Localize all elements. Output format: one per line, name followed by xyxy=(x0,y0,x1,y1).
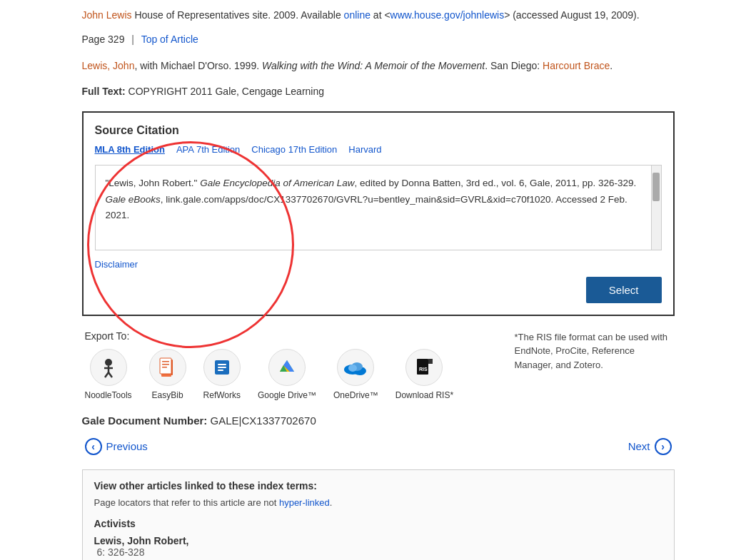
export-refworks[interactable]: RefWorks xyxy=(203,349,241,400)
lewis-term-sub: 6: 326-328 xyxy=(97,546,662,558)
export-onedrive[interactable]: OneDrive™ xyxy=(333,349,378,400)
citation-text-1: , with Michael D'Orso. 1999. Walking wit… xyxy=(134,60,543,71)
svg-rect-7 xyxy=(160,358,171,374)
lewis-john-link[interactable]: Lewis, John xyxy=(82,60,135,71)
svg-rect-26 xyxy=(428,359,433,364)
citation-text-2: . xyxy=(610,60,613,71)
tab-apa[interactable]: APA 7th Edition xyxy=(176,143,246,156)
full-text-value: COPYRIGHT 2011 Gale, Cengage Learning xyxy=(128,86,324,97)
citation-italic-2: Gale eBooks xyxy=(106,194,161,205)
top-text-3: > (accessed August 19, 2009). xyxy=(504,9,640,21)
export-section: Export To: NoodleTools xyxy=(82,330,675,400)
tab-sep-1 xyxy=(171,143,176,156)
export-googledrive[interactable]: Google Drive™ xyxy=(258,349,316,400)
export-easybib[interactable]: EasyBib xyxy=(149,349,186,400)
svg-rect-13 xyxy=(218,367,226,368)
svg-text:RIS: RIS xyxy=(419,367,428,372)
previous-label: Previous xyxy=(106,440,148,452)
onedrive-icon xyxy=(337,349,374,386)
svg-rect-9 xyxy=(162,364,169,365)
citation-paragraph: Lewis, John, with Michael D'Orso. 1999. … xyxy=(82,58,675,73)
url-link[interactable]: www.house.gov/johnlewis xyxy=(390,9,505,21)
citation-text: "Lewis, John Robert." Gale Encyclopedia … xyxy=(106,175,651,225)
harcourt-link[interactable]: Harcourt Brace xyxy=(543,60,610,71)
export-left: Export To: NoodleTools xyxy=(85,330,454,400)
export-label: Export To: xyxy=(85,330,454,342)
previous-button[interactable]: ‹ Previous xyxy=(85,438,148,455)
citation-part-1: "Lewis, John Robert." xyxy=(106,178,201,188)
citation-tabs: MLA 8th Edition APA 7th Edition Chicago … xyxy=(95,143,662,156)
source-citation-box: Source Citation MLA 8th Edition APA 7th … xyxy=(82,111,675,316)
page-nav-line: Page 329 | Top of Article xyxy=(82,31,675,47)
citation-scrollbar[interactable] xyxy=(651,166,661,250)
top-text-2: at < xyxy=(373,9,390,21)
index-term-lewis: Lewis, John Robert, 6: 326-328 xyxy=(94,535,662,558)
citation-part-3: , link.gale.com/apps/doc/CX1337702670/GV… xyxy=(106,194,628,221)
select-button[interactable]: Select xyxy=(586,277,662,303)
svg-rect-12 xyxy=(218,364,226,365)
refworks-label: RefWorks xyxy=(203,390,241,400)
svg-point-0 xyxy=(105,359,112,366)
lewis-term: Lewis, John Robert, xyxy=(94,535,189,546)
onedrive-label: OneDrive™ xyxy=(333,390,378,400)
source-citation-title: Source Citation xyxy=(95,124,662,137)
full-text-line: Full Text: COPYRIGHT 2011 Gale, Cengage … xyxy=(82,83,675,99)
index-terms-title: View other articles linked to these inde… xyxy=(94,480,662,492)
citation-part-2: , edited by Donna Batten, 3rd ed., vol. … xyxy=(355,178,637,188)
tab-mla[interactable]: MLA 8th Edition xyxy=(95,143,171,156)
index-terms-box: View other articles linked to these inde… xyxy=(82,469,675,560)
ris-note-text: *The RIS file format can be used with En… xyxy=(515,332,668,370)
tab-chicago[interactable]: Chicago 17th Edition xyxy=(251,143,343,156)
downloadris-label: Download RIS* xyxy=(395,390,453,400)
select-btn-row: Select xyxy=(95,277,662,303)
next-label: Next xyxy=(628,440,650,452)
export-ris-note: *The RIS file format can be used with En… xyxy=(515,330,672,372)
export-downloadris[interactable]: RIS Download RIS* xyxy=(395,349,453,400)
tab-sep-3 xyxy=(343,143,348,156)
noodletools-label: NoodleTools xyxy=(85,390,132,400)
previous-icon: ‹ xyxy=(85,438,102,455)
tab-sep-2 xyxy=(246,143,251,156)
disclaimer-link[interactable]: Disclaimer xyxy=(95,259,662,270)
noodletools-icon xyxy=(90,349,127,386)
citation-text-area: "Lewis, John Robert." Gale Encyclopedia … xyxy=(95,165,662,250)
top-of-article-link[interactable]: Top of Article xyxy=(141,34,198,45)
citation-italic-1: Gale Encyclopedia of American Law xyxy=(200,178,354,188)
pipe-separator: | xyxy=(131,34,134,45)
tab-harvard[interactable]: Harvard xyxy=(348,143,387,156)
svg-line-4 xyxy=(109,372,112,377)
next-button[interactable]: Next › xyxy=(628,438,672,455)
gale-doc-label: Gale Document Number: xyxy=(82,414,208,427)
gale-doc-id: GALE|CX1337702670 xyxy=(211,414,316,427)
svg-rect-14 xyxy=(218,370,223,371)
export-noodletools[interactable]: NoodleTools xyxy=(85,349,132,400)
activists-term: Activists xyxy=(94,518,136,529)
refworks-icon xyxy=(203,349,241,386)
index-terms-note: Page locators that refer to this article… xyxy=(94,497,662,508)
gale-doc-number: Gale Document Number: GALE|CX1337702670 xyxy=(82,414,675,427)
online-link[interactable]: online xyxy=(344,9,371,21)
easybib-icon xyxy=(149,349,186,386)
svg-point-23 xyxy=(348,365,357,372)
top-text-1: House of Representatives site. 2009. Ava… xyxy=(134,9,343,21)
next-icon: › xyxy=(655,438,672,455)
downloadris-icon: RIS xyxy=(405,349,443,386)
svg-rect-10 xyxy=(162,367,167,368)
svg-rect-8 xyxy=(162,361,169,362)
page-number: Page 329 xyxy=(82,34,125,45)
top-paragraph: John Lewis House of Representatives site… xyxy=(82,7,675,23)
full-text-label: Full Text: xyxy=(82,86,126,97)
export-icons-row: NoodleTools EasyBib xyxy=(85,349,454,400)
index-term-activists: Activists xyxy=(94,518,662,529)
index-note-text-1: Page locators that refer to this article… xyxy=(94,497,279,508)
easybib-label: EasyBib xyxy=(152,390,183,400)
index-note-text-2: . xyxy=(330,497,333,508)
prev-next-nav: ‹ Previous Next › xyxy=(82,438,675,455)
john-lewis-link[interactable]: John Lewis xyxy=(82,9,132,21)
googledrive-label: Google Drive™ xyxy=(258,390,316,400)
scrollbar-thumb xyxy=(652,173,660,201)
hyper-linked-link[interactable]: hyper-linked xyxy=(279,497,330,508)
googledrive-icon xyxy=(268,349,306,386)
